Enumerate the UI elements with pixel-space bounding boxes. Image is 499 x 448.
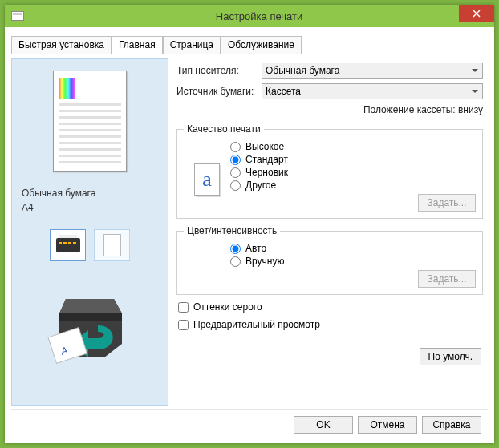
printer-small-icon [56, 238, 80, 252]
tab-main[interactable]: Главная [112, 36, 163, 54]
media-info: Обычная бумага A4 [22, 186, 95, 215]
svg-rect-0 [59, 313, 122, 321]
paper-source-combo[interactable]: Кассета [262, 83, 483, 99]
preview-thumbs [50, 229, 130, 261]
quality-other-radio[interactable]: Другое [230, 180, 476, 191]
quality-set-button: Задать... [418, 194, 476, 212]
preview-panel: Обычная бумага A4 [11, 58, 168, 406]
color-auto-radio[interactable]: Авто [230, 243, 476, 254]
color-set-button: Задать... [418, 270, 476, 288]
printer-titlebar-icon [11, 11, 24, 21]
window-title: Настройка печати [24, 10, 494, 22]
divider [11, 409, 488, 410]
tab-page-setup[interactable]: Страница [163, 36, 221, 54]
color-sample-icon [59, 78, 75, 99]
titlebar: Настройка печати [5, 5, 494, 27]
tab-maintenance[interactable]: Обслуживание [221, 36, 302, 54]
quality-standard-radio[interactable]: Стандарт [230, 154, 476, 165]
cassette-position-label: Положение кассеты: внизу [176, 104, 483, 115]
cancel-button[interactable]: Отмена [358, 416, 417, 434]
close-button[interactable] [459, 5, 494, 22]
dialog-buttons: OK Отмена Справка [294, 416, 481, 434]
page-preview [53, 71, 127, 172]
quality-draft-radio[interactable]: Черновик [230, 167, 476, 178]
page-small-icon [103, 234, 121, 256]
printer-large-icon: A [42, 281, 138, 369]
color-manual-radio[interactable]: Вручную [230, 256, 476, 267]
thumb-printer[interactable] [50, 229, 86, 261]
quality-sample-icon: a [194, 163, 220, 196]
paper-source-selected: Кассета [266, 86, 301, 97]
tab-quick-setup[interactable]: Быстрая установка [11, 36, 112, 54]
media-type-label: Тип носителя: [176, 65, 262, 76]
quality-high-radio[interactable]: Высокое [230, 141, 476, 152]
quality-group: Качество печати a Высокое Стандарт [176, 123, 483, 219]
thumb-page[interactable] [94, 229, 130, 261]
media-type-combo[interactable]: Обычная бумага [262, 63, 483, 79]
help-button[interactable]: Справка [422, 416, 481, 434]
tab-strip: Быстрая установка Главная Страница Обслу… [11, 35, 488, 54]
color-legend: Цвет/интенсивность [184, 225, 280, 236]
media-type-selected: Обычная бумага [266, 65, 339, 76]
ok-button[interactable]: OK [294, 416, 353, 434]
media-size-value: A4 [22, 200, 95, 215]
settings-panel: Тип носителя: Обычная бумага Источник бу… [168, 58, 488, 406]
media-type-value: Обычная бумага [22, 186, 95, 200]
close-icon [473, 10, 481, 18]
grayscale-checkbox[interactable]: Оттенки серого [178, 301, 483, 313]
defaults-button[interactable]: По умолч. [420, 348, 481, 365]
quality-legend: Качество печати [184, 123, 264, 135]
content-area: Обычная бумага A4 [5, 54, 494, 406]
paper-source-label: Источник бумаги: [176, 86, 262, 97]
printer-large-illustration: A [42, 281, 138, 369]
color-group: Цвет/интенсивность Авто Вручную [176, 225, 483, 295]
preview-checkbox[interactable]: Предварительный просмотр [178, 319, 483, 330]
print-settings-window: Настройка печати Быстрая установка Главн… [5, 5, 494, 443]
